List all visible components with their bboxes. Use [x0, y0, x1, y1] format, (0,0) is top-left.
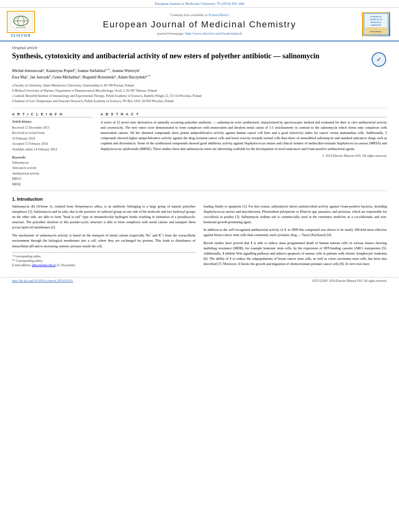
- affil-c: c Ludwik Hirszfeld Institute of Immunolo…: [12, 94, 387, 99]
- svg-text:JOURNAL OF: JOURNAL OF: [370, 18, 382, 21]
- svg-text:Elsevier Masson: Elsevier Masson: [370, 31, 382, 33]
- article-info-column: A R T I C L E I N F O Article history: R…: [12, 112, 93, 187]
- article-info-header: A R T I C L E I N F O: [12, 112, 93, 117]
- journal-center-info: Contents lists available at ScienceDirec…: [41, 11, 358, 37]
- body-para-2: The mechanism of salinomycin activity is…: [12, 232, 195, 249]
- elsevier-logo: ELSEVIER ELSEVIER: [5, 11, 37, 37]
- affiliations: a Faculty of Chemistry, Adam Mickiewicz …: [12, 83, 387, 104]
- affil-b: b Medical University of Warsaw, Departme…: [12, 88, 387, 93]
- crossmark-badge[interactable]: ✓: [371, 51, 387, 68]
- footnote-email: E-mail address: adlucz@amu.edu.pl (A. Hu…: [12, 263, 195, 267]
- keyword-1: Salinomycin: [12, 160, 93, 166]
- keywords-list: Salinomycin Anticancer activity Antibact…: [12, 160, 93, 187]
- affil-a: a Faculty of Chemistry, Adam Mickiewicz …: [12, 83, 387, 88]
- elsevier-brand-label: ELSEVIER: [11, 34, 31, 37]
- science-direct-link[interactable]: ScienceDirect: [208, 13, 228, 17]
- abstract-column: A B S T R A C T A series of 12 novel est…: [101, 112, 387, 187]
- divider-1: [12, 108, 387, 108]
- body-two-col: Salinomycin (1) (Scheme 1), isolated fro…: [12, 204, 387, 269]
- footer-bar: http://dx.doi.org/10.1016/j.ejmech.2014.…: [0, 277, 399, 284]
- footnote-email-link[interactable]: adlucz@amu.edu.pl: [32, 263, 56, 267]
- revised-date: 10 February 2014: [12, 136, 93, 142]
- received-date: Received 12 December 2013: [12, 125, 93, 131]
- body-para-1: Salinomycin (1) (Scheme 1), isolated fro…: [12, 204, 195, 230]
- abstract-text: A series of 12 novel ester derivatives o…: [101, 120, 387, 152]
- svg-text:EUROPEAN: EUROPEAN: [370, 16, 382, 18]
- body-section: 1. Introduction Salinomycin (1) (Scheme …: [12, 197, 387, 269]
- svg-text:ELSEVIER: ELSEVIER: [16, 27, 26, 29]
- body-right-col: leading finally to apoptosis [1]. For th…: [204, 204, 387, 269]
- abstract-header: A B S T R A C T: [101, 112, 387, 117]
- journal-homepage-link[interactable]: http://www.elsevier.com/locate/ejmech: [185, 31, 242, 35]
- journal-homepage-line: journal homepage: http://www.elsevier.co…: [157, 31, 242, 35]
- article-title-row: Synthesis, cytotoxicity and antibacteria…: [12, 51, 387, 68]
- divider-2: [12, 191, 387, 191]
- body-left-col: Salinomycin (1) (Scheme 1), isolated fro…: [12, 204, 195, 269]
- journal-title: European Journal of Medicinal Chemistry: [103, 19, 296, 30]
- keyword-4: MRSA: [12, 176, 93, 182]
- article-title: Synthesis, cytotoxicity and antibacteria…: [12, 51, 371, 61]
- footnote-2: ** Corresponding author.: [12, 259, 195, 263]
- article-content: Original article Synthesis, cytotoxicity…: [0, 41, 399, 273]
- body-para-3: leading finally to apoptosis [1]. For th…: [204, 204, 387, 225]
- accepted-date: Accepted 13 February 2014: [12, 141, 93, 147]
- intro-heading: 1. Introduction: [12, 197, 387, 201]
- elsevier-logo-image: ELSEVIER: [7, 11, 35, 33]
- doi-link[interactable]: http://dx.doi.org/10.1016/j.ejmech.2014.…: [12, 279, 73, 283]
- article-dates: Received 12 December 2013 Received in re…: [12, 125, 93, 152]
- article-history-label: Article history:: [12, 120, 93, 123]
- svg-text:MEDICINAL: MEDICINAL: [370, 21, 381, 23]
- science-direct-line: Contents lists available at ScienceDirec…: [171, 13, 229, 17]
- revised-label: Received in revised form: [12, 130, 93, 136]
- journal-cover-image: EUROPEAN JOURNAL OF MEDICINAL CHEMISTRY …: [362, 12, 390, 36]
- keyword-2: Anticancer activity: [12, 165, 93, 171]
- keyword-3: Antibacterial activity: [12, 171, 93, 177]
- journal-citation-bar: European Journal of Medicinal Chemistry …: [0, 0, 399, 8]
- journal-citation-text: European Journal of Medicinal Chemistry …: [155, 2, 245, 6]
- body-para-5: Recent studies have proved that 1 is abl…: [204, 240, 387, 267]
- footer-copyright: 0223-5234/© 2014 Elsevier Masson SAS. Al…: [313, 279, 387, 283]
- body-para-4: In addition to the well recognised antib…: [204, 227, 387, 238]
- footnote-area: * Corresponding author. ** Corresponding…: [12, 252, 195, 268]
- authors-line: Michał Antoszczaka, Katarzyna Popiela, J…: [12, 68, 387, 81]
- footnote-1: * Corresponding author.: [12, 254, 195, 259]
- keyword-5: MRSE: [12, 182, 93, 187]
- journal-logo-right: EUROPEAN JOURNAL OF MEDICINAL CHEMISTRY …: [362, 11, 394, 37]
- copyright-text: © 2014 Elsevier Masson SAS. All rights r…: [101, 154, 387, 158]
- crossmark-icon: ✓: [372, 52, 386, 67]
- article-type-label: Original article: [12, 45, 387, 50]
- online-date: Available online 14 February 2014: [12, 147, 93, 152]
- article-info-abstract-section: A R T I C L E I N F O Article history: R…: [12, 112, 387, 187]
- journal-header: ELSEVIER ELSEVIER Contents lists availab…: [0, 8, 399, 41]
- svg-text:CHEMISTRY: CHEMISTRY: [370, 24, 382, 26]
- keywords-label: Keywords:: [12, 156, 93, 159]
- affil-d: d Institute of Low Temperature and Struc…: [12, 99, 387, 104]
